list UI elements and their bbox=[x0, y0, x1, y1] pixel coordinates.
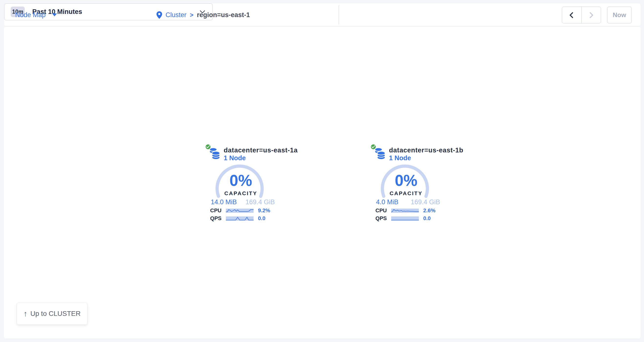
capacity-total: 169.4 GiB bbox=[246, 198, 275, 206]
capacity-label: CAPACITY bbox=[203, 190, 279, 197]
breadcrumb: Cluster > region=us-east-1 bbox=[156, 3, 250, 26]
healthy-check-icon bbox=[370, 144, 376, 150]
capacity-values: 4.0 MiB 169.4 GiB bbox=[376, 198, 440, 206]
healthy-check-icon bbox=[205, 144, 211, 150]
map-panel bbox=[4, 27, 640, 338]
arrow-up-icon: ↑ bbox=[24, 310, 28, 318]
cpu-value: 9.2% bbox=[258, 207, 270, 214]
capacity-total: 169.4 GiB bbox=[411, 198, 440, 206]
datacenter-card-us-east-1a[interactable]: datacenter=us-east-1a 1 Node 0% CAPACITY… bbox=[203, 143, 279, 225]
breadcrumb-separator: > bbox=[190, 11, 194, 18]
qps-value: 0.0 bbox=[423, 215, 431, 222]
datacenter-node-count: 1 Node bbox=[224, 154, 246, 162]
cpu-value: 2.6% bbox=[423, 207, 436, 214]
node-map-screen: Node Map Cluster > region=us-east-1 10m … bbox=[0, 0, 644, 342]
datacenter-title: datacenter=us-east-1a bbox=[224, 147, 298, 154]
qps-value: 0.0 bbox=[258, 215, 266, 222]
header-bar: Node Map Cluster > region=us-east-1 10m … bbox=[4, 3, 640, 26]
capacity-used: 14.0 MiB bbox=[211, 198, 237, 206]
chevron-left-icon bbox=[569, 11, 574, 19]
capacity-label: CAPACITY bbox=[368, 190, 444, 197]
qps-label: QPS bbox=[371, 215, 387, 222]
view-selector-dropdown[interactable]: Node Map bbox=[15, 3, 57, 26]
datacenter-node-count: 1 Node bbox=[389, 154, 411, 162]
up-to-cluster-button[interactable]: ↑ Up to CLUSTER bbox=[17, 303, 88, 325]
qps-label: QPS bbox=[206, 215, 222, 222]
cpu-label: CPU bbox=[371, 207, 387, 214]
cpu-label: CPU bbox=[206, 207, 222, 214]
capacity-used: 4.0 MiB bbox=[376, 198, 398, 206]
up-to-cluster-label: Up to CLUSTER bbox=[30, 310, 80, 318]
cpu-sparkline bbox=[391, 209, 419, 213]
chevron-right-icon bbox=[588, 11, 594, 19]
time-prev-button[interactable] bbox=[562, 7, 582, 23]
breadcrumb-cluster-link[interactable]: Cluster bbox=[166, 11, 186, 19]
cpu-metric-row: CPU 9.2% bbox=[206, 207, 279, 214]
cpu-sparkline bbox=[226, 209, 254, 213]
time-next-button[interactable] bbox=[582, 7, 601, 23]
time-nav-group bbox=[562, 6, 601, 23]
view-selector-label: Node Map bbox=[15, 11, 46, 19]
caret-down-icon bbox=[52, 13, 57, 16]
capacity-percent: 0% bbox=[203, 173, 279, 188]
location-pin-icon bbox=[156, 11, 162, 19]
datacenter-title: datacenter=us-east-1b bbox=[389, 147, 463, 154]
cpu-metric-row: CPU 2.6% bbox=[371, 207, 444, 214]
qps-sparkline bbox=[226, 216, 254, 221]
capacity-values: 14.0 MiB 169.4 GiB bbox=[211, 198, 275, 206]
breadcrumb-current: region=us-east-1 bbox=[197, 11, 250, 19]
qps-sparkline bbox=[391, 216, 419, 221]
now-button[interactable]: Now bbox=[607, 6, 632, 23]
qps-metric-row: QPS 0.0 bbox=[206, 215, 279, 222]
qps-metric-row: QPS 0.0 bbox=[371, 215, 444, 222]
datacenter-card-us-east-1b[interactable]: datacenter=us-east-1b 1 Node 0% CAPACITY… bbox=[368, 143, 444, 225]
capacity-percent: 0% bbox=[368, 173, 444, 188]
